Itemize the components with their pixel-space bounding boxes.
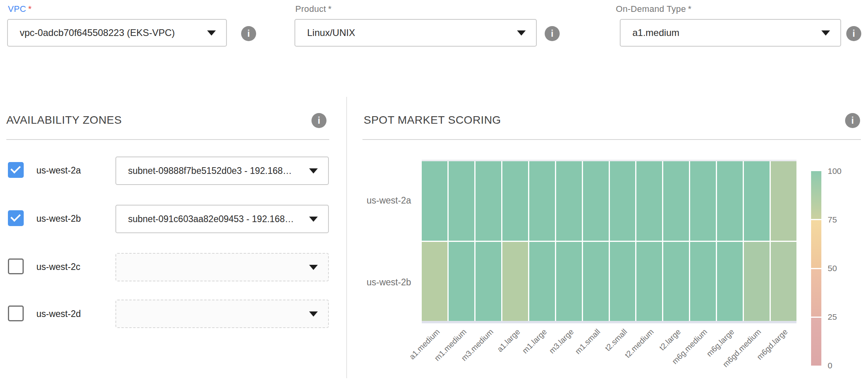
az-checkbox-us-west-2d[interactable] [8,306,24,321]
heatmap-cell-us-west-2a-m1.small[interactable] [583,161,609,241]
heatmap-cell-us-west-2b-m1.medium[interactable] [449,242,474,321]
heatmap-cell-us-west-2b-a1.large[interactable] [502,242,528,321]
heatmap-cell-us-west-2b-t2.small[interactable] [610,242,636,321]
heatmap-cell-us-west-2b-m6gd.medium[interactable] [744,242,770,321]
chevron-down-icon [517,30,526,36]
vpc-label-text: VPC [8,4,26,14]
heatmap-cell-us-west-2a-m6g.large[interactable] [717,161,743,241]
heatmap-cell-us-west-2b-m3.medium[interactable] [476,242,501,321]
heatmap-col-label: t2.small [603,327,629,353]
on-demand-type-label-text: On-Demand Type [616,4,686,14]
on-demand-type-info-icon[interactable]: i [846,26,861,41]
az-zone-label: us-west-2a [36,165,81,176]
az-subnet-value: subnet-091c603aa82e09453 - 192.168… [128,214,304,224]
heatmap-colorbar [811,171,821,366]
az-checkbox-us-west-2a[interactable] [8,162,24,178]
colorbar-tick: 0 [828,361,832,370]
spot-market-scoring-title: SPOT MARKET SCORING [364,114,501,126]
product-select-value: Linux/UNIX [307,27,511,38]
colorbar-tick: 100 [828,166,842,176]
heatmap-cell-us-west-2a-m3.large[interactable] [556,161,582,241]
heatmap-cell-us-west-2a-t2.medium[interactable] [636,161,662,241]
availability-zones-title: AVAILABILITY ZONES [6,114,122,126]
chevron-down-icon [207,30,216,36]
heatmap-row-label: us-west-2a [348,160,411,241]
heatmap-cell-us-west-2b-t2.medium[interactable] [636,242,662,321]
colorbar-segment [811,220,821,268]
heatmap-col-labels: a1.mediumm1.mediumm3.mediuma1.largem1.la… [422,327,796,381]
heatmap-plot [422,160,796,323]
chevron-down-icon [309,217,318,222]
product-label-text: Product [295,4,326,14]
heatmap-cell-us-west-2a-a1.large[interactable] [502,161,528,241]
product-info-icon[interactable]: i [545,26,560,41]
on-demand-required-asterisk: * [688,4,691,14]
az-subnet-select-us-west-2a[interactable]: subnet-09888f7be5152d0e3 - 192.168… [115,157,329,185]
heatmap-row-label: us-west-2b [348,241,411,323]
heatmap-col-label: m3.large [547,327,575,355]
vpc-required-asterisk: * [28,4,32,14]
spot-market-scoring-divider [362,139,861,140]
vpc-select[interactable]: vpc-0adcb70f645508223 (EKS-VPC) [7,19,227,47]
az-subnet-select-us-west-2b[interactable]: subnet-091c603aa82e09453 - 192.168… [115,205,329,233]
vpc-select-value: vpc-0adcb70f645508223 (EKS-VPC) [20,27,202,38]
az-checkbox-us-west-2b[interactable] [8,210,24,226]
heatmap-cell-us-west-2b-m6g.large[interactable] [717,242,743,321]
heatmap-col-label: t2.large [657,327,682,352]
on-demand-type-select-value: a1.medium [632,27,816,38]
chevron-down-icon [309,265,318,270]
az-subnet-select-us-west-2d[interactable] [115,300,329,328]
heatmap-cell-us-west-2a-m1.large[interactable] [529,161,555,241]
heatmap-col-label: t2.medium [623,327,656,360]
heatmap-cell-us-west-2b-m1.small[interactable] [583,242,609,321]
az-zone-label: us-west-2d [36,309,81,319]
colorbar-segment [811,318,821,366]
az-subnet-value: subnet-09888f7be5152d0e3 - 192.168… [128,166,304,176]
product-label: Product* [295,4,332,14]
heatmap-cell-us-west-2a-t2.small[interactable] [610,161,636,241]
az-subnet-select-us-west-2c[interactable] [115,253,329,281]
chevron-down-icon [309,168,318,174]
heatmap-cell-us-west-2a-m1.medium[interactable] [449,161,474,241]
heatmap-colorbar-ticks: 1007550250 [828,171,859,366]
availability-zones-divider [6,139,329,140]
on-demand-type-label: On-Demand Type* [616,4,691,14]
heatmap-row-labels: us-west-2aus-west-2b [348,160,411,323]
chevron-down-icon [821,30,830,36]
product-select[interactable]: Linux/UNIX [294,19,537,47]
heatmap-cell-us-west-2a-t2.large[interactable] [663,161,689,241]
heatmap-cell-us-west-2b-m1.large[interactable] [529,242,555,321]
product-required-asterisk: * [328,4,332,14]
vpc-info-icon[interactable]: i [241,26,256,41]
colorbar-tick: 25 [828,312,837,322]
heatmap-col-label: m1.small [574,327,602,356]
colorbar-segment [811,171,821,219]
colorbar-tick: 75 [828,215,837,224]
availability-zones-info-icon[interactable]: i [311,113,326,128]
heatmap-cell-us-west-2a-a1.medium[interactable] [422,161,447,241]
heatmap-cell-us-west-2a-m6g.medium[interactable] [690,161,716,241]
heatmap-col-label: a1.large [495,327,522,354]
heatmap-col-label: m1.large [521,327,549,355]
az-zone-label: us-west-2c [36,262,80,272]
heatmap-cell-us-west-2b-t2.large[interactable] [663,242,689,321]
heatmap-cell-us-west-2a-m3.medium[interactable] [476,161,501,241]
az-zone-label: us-west-2b [36,213,81,224]
spot-market-scoring-info-icon[interactable]: i [845,113,860,128]
chevron-down-icon [309,311,318,317]
heatmap-cell-us-west-2b-a1.medium[interactable] [422,242,447,321]
on-demand-type-select[interactable]: a1.medium [620,19,841,47]
colorbar-tick: 50 [828,264,837,273]
heatmap-cell-us-west-2a-m6gd.medium[interactable] [744,161,770,241]
heatmap-grid [422,161,796,321]
heatmap-cell-us-west-2b-m6gd.large[interactable] [771,242,796,321]
colorbar-segment [811,269,821,317]
heatmap-cell-us-west-2b-m6g.medium[interactable] [690,242,716,321]
vpc-label: VPC* [8,4,32,14]
section-divider [346,97,347,378]
heatmap-cell-us-west-2a-m6gd.large[interactable] [771,161,796,241]
heatmap-cell-us-west-2b-m3.large[interactable] [556,242,582,321]
az-checkbox-us-west-2c[interactable] [8,258,24,274]
spot-instance-config-screen: VPC* vpc-0adcb70f645508223 (EKS-VPC) i P… [0,0,868,381]
